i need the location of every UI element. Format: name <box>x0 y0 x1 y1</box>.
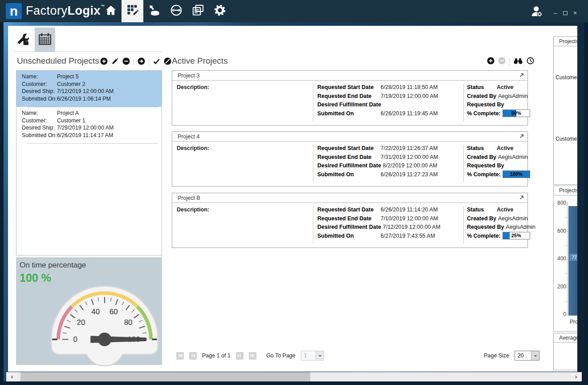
field-value: AegisAdmin <box>498 93 528 99</box>
page-size-control: Page Size 20 <box>484 351 539 361</box>
x-axis-label: Pro <box>570 319 577 325</box>
progress-bar: 50% <box>503 109 530 117</box>
svg-text:40: 40 <box>91 308 100 316</box>
project-card: Project 3 Description: Requested Start D… <box>172 70 528 126</box>
expand-icon[interactable] <box>519 73 524 79</box>
progress-bar: 25% <box>503 232 530 239</box>
find-binoculars-icon[interactable] <box>513 57 523 66</box>
tab-setup[interactable] <box>12 28 33 52</box>
desired-ship-date: 7/29/2019 12:00:00 AM <box>57 125 114 131</box>
first-page-button[interactable] <box>176 352 184 360</box>
y-tick: 600 <box>554 228 566 234</box>
field-label: Desired Fulfillment Date <box>317 101 383 108</box>
status-value: Active <box>497 145 514 151</box>
goto-page-combobox[interactable]: 1 <box>301 351 324 361</box>
gauge: 020406080100 <box>29 269 180 376</box>
column-divider <box>463 145 464 182</box>
remove-icon[interactable] <box>122 57 130 67</box>
field-value: 7/31/2019 12:00:00 AM <box>381 154 438 160</box>
scroll-left-button[interactable]: ‹ <box>6 372 18 381</box>
goto-page-value: 1 <box>301 351 316 360</box>
prev-page-button[interactable] <box>189 352 197 360</box>
unscheduled-toolbar <box>100 57 171 67</box>
panel-title: Average T <box>554 333 577 343</box>
app-title: FactoryLogix™ <box>26 4 105 18</box>
page-size-combobox[interactable]: 20 <box>515 351 539 361</box>
nav-transfer[interactable] <box>165 0 187 22</box>
accept-check-icon[interactable] <box>153 57 160 67</box>
field-value: 8/2/2019 12:00:00 AM <box>383 162 437 169</box>
field-value: AegisAdmin <box>498 215 528 222</box>
svg-text:80: 80 <box>124 318 133 327</box>
status-column: StatusActive Created ByAegisAdmin Reques… <box>467 84 530 119</box>
home-icon <box>105 4 117 18</box>
column-divider <box>463 207 464 244</box>
field-label: Customer: <box>22 118 57 124</box>
pager: Page 1 of 1 Go To Page 1 <box>176 351 324 361</box>
unscheduled-projects-title: Unscheduled Projects <box>17 56 99 66</box>
customer-name: Customer 1 <box>57 118 85 124</box>
page-indicator: Page 1 of 1 <box>202 353 231 359</box>
description-label: Description: <box>177 145 209 151</box>
cancel-icon[interactable] <box>164 57 171 67</box>
nav-materials[interactable] <box>143 0 165 22</box>
field-value: 6/26/2019 11:19:45 AM <box>381 110 438 117</box>
description-label: Description: <box>177 84 209 90</box>
active-toolbar <box>487 57 534 66</box>
maximize-icon <box>563 11 568 15</box>
field-value: 7/22/2019 11:26:37 AM <box>381 145 438 151</box>
field-value: 7/10/2019 12:00:00 AM <box>381 215 438 222</box>
project-card-title: Project B <box>178 195 200 201</box>
add-icon[interactable] <box>487 57 495 66</box>
field-label: Submitted On <box>317 110 381 117</box>
history-clock-icon[interactable] <box>527 57 534 66</box>
expand-icon[interactable] <box>519 134 524 140</box>
y-axis <box>567 202 568 316</box>
list-item[interactable]: Name:Project A Customer:Customer 1 Desir… <box>16 107 162 143</box>
goto-page-label: Go To Page <box>266 353 296 359</box>
y-tick: 200 <box>554 284 566 290</box>
y-tick: 0 <box>554 311 566 317</box>
y-tick: 800 <box>554 200 566 206</box>
edit-pencil-icon[interactable] <box>111 57 119 67</box>
right-panels-clip: Projects B Customer 2 Customer 1 Project… <box>553 26 577 372</box>
user-logout-icon[interactable] <box>528 4 544 20</box>
horizontal-scrollbar-thumb[interactable] <box>20 372 310 381</box>
field-value: 6/27/2019 7:43:55 AM <box>381 233 435 239</box>
move-right-icon[interactable] <box>138 57 145 67</box>
materials-database-icon <box>148 4 161 18</box>
field-label: Requested End Date <box>317 215 381 222</box>
pie-label: Customer 2 <box>556 74 577 81</box>
gauge-hub <box>98 332 112 346</box>
field-label: Created By <box>467 215 498 222</box>
minimize-button[interactable]: – <box>552 10 559 17</box>
field-label: % Complete: <box>467 171 503 178</box>
close-button[interactable]: × <box>572 10 579 17</box>
remove-icon-disabled[interactable] <box>498 57 506 66</box>
expand-icon[interactable] <box>519 195 524 201</box>
chevron-down-icon[interactable] <box>316 351 324 360</box>
field-label: Name: <box>22 110 57 117</box>
chevron-down-icon[interactable] <box>531 351 539 360</box>
nav-reports[interactable] <box>187 0 209 22</box>
next-page-button[interactable] <box>236 352 243 360</box>
maximize-button[interactable] <box>562 10 569 17</box>
last-page-button[interactable] <box>249 352 256 360</box>
column-divider <box>463 84 464 122</box>
status-value: Active <box>497 207 514 213</box>
field-label: Requested Start Date <box>317 145 381 151</box>
tab-schedule[interactable] <box>35 28 55 52</box>
field-label: Desired Fulfillment Date <box>317 224 383 230</box>
add-icon[interactable] <box>100 57 108 67</box>
field-label: Requested Start Date <box>317 207 381 213</box>
list-item[interactable]: Name:Project 5 Customer:Customer 2 Desir… <box>16 71 162 107</box>
nav-home[interactable] <box>100 0 122 22</box>
nav-settings[interactable] <box>209 0 231 22</box>
submitted-date: 6/26/2019 11:14:17 AM <box>57 133 113 139</box>
field-label: Created By <box>467 93 498 99</box>
field-value: 7/19/2019 12:00:00 AM <box>381 93 438 99</box>
title-bar: n FactoryLogix™ – × <box>0 0 588 22</box>
scroll-right-button[interactable]: › <box>570 372 582 381</box>
field-label: Requested Start Date <box>317 84 381 90</box>
nav-planning[interactable] <box>122 0 143 22</box>
